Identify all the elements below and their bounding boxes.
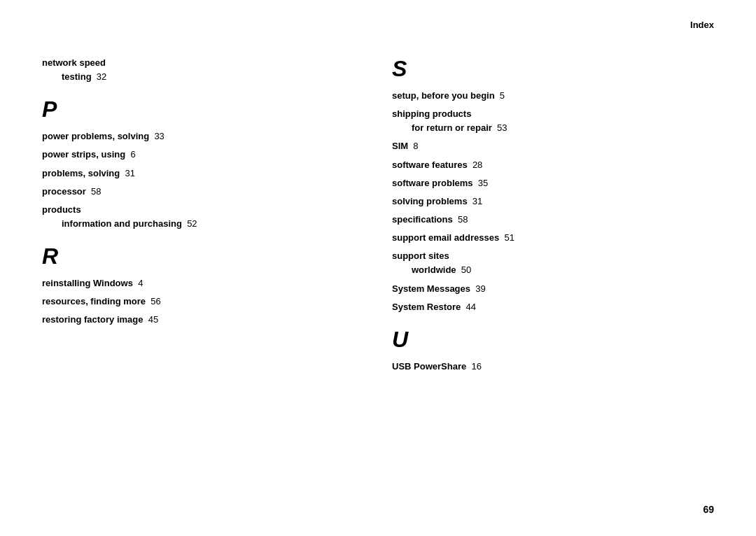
- right-column: S setup, before you begin 5 shipping pro…: [378, 56, 714, 383]
- restoring-factory-entry: restoring factory image 45: [42, 313, 364, 327]
- system-restore-entry: System Restore 44: [392, 300, 714, 314]
- s-group: setup, before you begin 5 shipping produ…: [392, 89, 714, 314]
- reinstalling-windows-entry: reinstalling Windows 4: [42, 276, 364, 290]
- p-group: power problems, solving 33 power strips,…: [42, 129, 364, 231]
- content-area: network speed testing 32 P power problem…: [42, 56, 714, 383]
- software-problems-entry: software problems 35: [392, 176, 714, 190]
- for-return-entry: for return or repair 53: [392, 121, 714, 135]
- setup-entry: setup, before you begin 5: [392, 89, 714, 103]
- left-column: network speed testing 32 P power problem…: [42, 56, 378, 383]
- header-title: Index: [690, 20, 714, 30]
- section-letter-u: U: [392, 327, 714, 353]
- solving-problems-entry: solving problems 31: [392, 195, 714, 209]
- page-header: Index: [690, 20, 714, 30]
- usb-powershare-entry: USB PowerShare 16: [392, 360, 714, 374]
- support-sites-entry: support sites: [392, 249, 714, 263]
- info-purchasing-entry: information and purchasing 52: [42, 217, 364, 231]
- page-number: 69: [703, 504, 714, 515]
- power-strips-entry: power strips, using 6: [42, 148, 364, 162]
- testing-entry: testing 32: [42, 70, 364, 84]
- specifications-entry: specifications 58: [392, 213, 714, 227]
- section-letter-s: S: [392, 56, 714, 82]
- page-container: Index network speed testing 32 P power p…: [0, 0, 756, 536]
- worldwide-entry: worldwide 50: [392, 263, 714, 277]
- power-problems-entry: power problems, solving 33: [42, 129, 364, 143]
- sim-entry: SIM 8: [392, 139, 714, 153]
- page-footer: 69: [703, 504, 714, 515]
- system-messages-entry: System Messages 39: [392, 282, 714, 296]
- network-speed-entry: network speed: [42, 56, 364, 70]
- section-letter-p: P: [42, 97, 364, 122]
- section-letter-r: R: [42, 244, 364, 269]
- processor-entry: processor 58: [42, 185, 364, 199]
- products-entry: products: [42, 203, 364, 217]
- support-email-entry: support email addresses 51: [392, 231, 714, 245]
- network-speed-group: network speed testing 32: [42, 56, 364, 84]
- resources-finding-entry: resources, finding more 56: [42, 295, 364, 309]
- r-group: reinstalling Windows 4 resources, findin…: [42, 276, 364, 327]
- software-features-entry: software features 28: [392, 158, 714, 172]
- problems-solving-entry: problems, solving 31: [42, 167, 364, 181]
- shipping-products-entry: shipping products: [392, 107, 714, 121]
- u-group: USB PowerShare 16: [392, 360, 714, 374]
